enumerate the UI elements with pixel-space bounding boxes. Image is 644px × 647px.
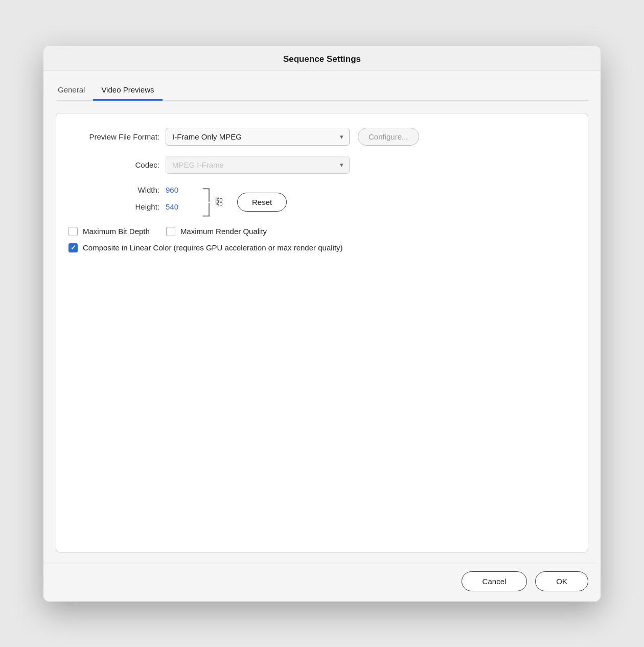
codec-label: Codec: [68,160,166,169]
dialog-header: Sequence Settings [43,46,601,71]
sequence-settings-dialog: Sequence Settings General Video Previews… [43,46,601,602]
checkboxes-section: Maximum Bit Depth Maximum Render Quality… [68,227,576,252]
max-bit-depth-checkbox[interactable] [68,227,78,236]
preview-file-format-select[interactable]: I-Frame Only MPEG Apple ProRes GoPro Cin… [166,128,350,146]
chain-link-icon: ⛓ [215,197,224,207]
tab-general[interactable]: General [56,81,93,101]
composite-linear-color-label: Composite in Linear Color (requires GPU … [83,243,343,252]
composite-linear-color-row: Composite in Linear Color (requires GPU … [68,243,576,252]
width-row: Width: 960 [68,186,196,194]
codec-select[interactable]: MPEG I-Frame [166,156,350,174]
dimensions-labels: Width: 960 Height: 540 [68,186,196,219]
max-render-quality-checkbox[interactable] [166,227,175,236]
max-render-quality-label: Maximum Render Quality [180,227,267,236]
reset-button[interactable]: Reset [237,193,287,212]
max-bit-depth-label: Maximum Bit Depth [83,227,150,236]
preview-file-format-select-wrapper: I-Frame Only MPEG Apple ProRes GoPro Cin… [166,128,350,146]
dialog-title: Sequence Settings [283,54,361,64]
cancel-button[interactable]: Cancel [462,571,527,591]
codec-select-wrapper: MPEG I-Frame ▾ [166,156,350,174]
width-label: Width: [68,186,166,194]
link-bracket-icon [201,184,212,221]
content-panel: Preview File Format: I-Frame Only MPEG A… [56,113,588,552]
dimensions-container: Width: 960 Height: 540 ⛓ [68,184,576,221]
width-value[interactable]: 960 [166,186,196,194]
max-render-quality-row: Maximum Render Quality [166,227,267,236]
height-label: Height: [68,202,166,211]
height-row: Height: 540 [68,202,196,211]
dialog-body: General Video Previews Preview File Form… [43,71,601,563]
preview-file-format-row: Preview File Format: I-Frame Only MPEG A… [68,128,576,146]
max-bit-depth-row: Maximum Bit Depth [68,227,150,236]
preview-file-format-label: Preview File Format: [68,132,166,141]
ok-button[interactable]: OK [535,571,588,591]
composite-linear-color-checkbox[interactable] [68,243,78,252]
tabs-container: General Video Previews [56,81,588,101]
link-bracket-container: ⛓ [201,184,227,221]
codec-row: Codec: MPEG I-Frame ▾ [68,156,576,174]
height-value[interactable]: 540 [166,202,196,211]
dialog-footer: Cancel OK [43,563,601,602]
configure-button[interactable]: Configure... [358,128,419,146]
top-checkboxes-row: Maximum Bit Depth Maximum Render Quality [68,227,576,236]
tab-video-previews[interactable]: Video Previews [93,81,162,101]
